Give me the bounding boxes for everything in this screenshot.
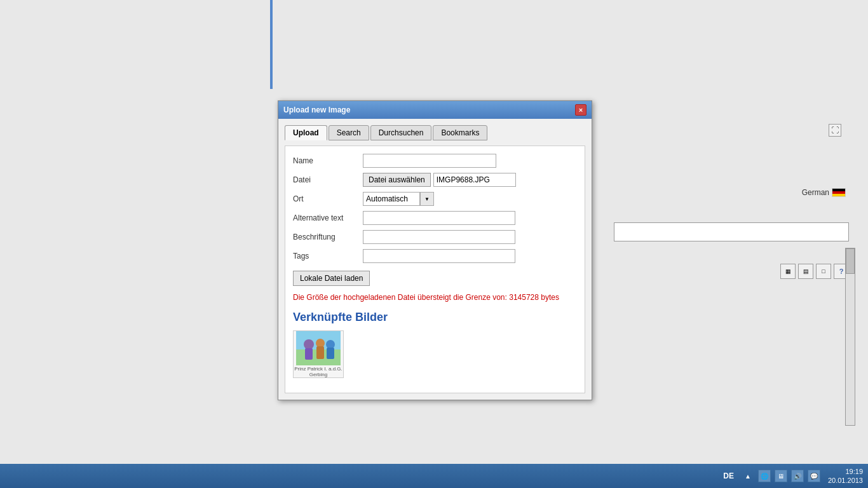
alt-text-label: Alternative text [293, 214, 363, 222]
tags-label: Tags [293, 252, 363, 261]
tab-durchsuchen[interactable]: Durchsuchen [370, 125, 432, 140]
datei-row: Datei Datei auswählen [293, 173, 577, 187]
network-icon[interactable]: 🌐 [758, 470, 771, 482]
taskbar-up-arrow[interactable]: ▲ [742, 470, 754, 482]
monitor-icon[interactable]: 🖥 [775, 470, 787, 482]
alt-text-input[interactable] [363, 211, 515, 225]
svg-point-2 [304, 339, 314, 349]
beschriftung-label: Beschriftung [293, 233, 363, 241]
volume-icon[interactable]: 🔊 [791, 470, 804, 482]
balloon-icon[interactable]: 💬 [808, 470, 820, 482]
beschriftung-input[interactable] [363, 230, 515, 244]
taskbar-date: 20.01.2013 [828, 476, 863, 485]
upload-dialog: Upload new Image × Upload Search Durchsu… [278, 100, 592, 400]
taskbar-time: 19:19 [845, 467, 863, 476]
dialog-content: Upload Search Durchsuchen Bookmarks Name [278, 119, 592, 400]
beschriftung-row: Beschriftung [293, 230, 577, 244]
datei-label: Datei [293, 175, 363, 184]
tags-row: Tags [293, 249, 577, 263]
image-thumbnail[interactable]: Prinz Patrick I. a.d.G. Gerbing [293, 330, 344, 378]
svg-point-6 [326, 340, 335, 349]
taskbar-language: DE [723, 471, 734, 480]
thumbnail-image [296, 330, 341, 365]
file-select-button[interactable]: Datei auswählen [363, 173, 431, 187]
linked-images-title: Verknüpfte Bilder [293, 311, 577, 324]
name-input[interactable] [363, 154, 496, 168]
chevron-down-icon [424, 196, 430, 202]
svg-rect-7 [327, 348, 334, 359]
thumbnail-caption: Prinz Patrick I. a.d.G. Gerbing [294, 367, 343, 378]
error-message: Die Größe der hochgeladenen Datei überst… [293, 292, 577, 303]
file-name-input[interactable] [433, 173, 516, 187]
modal-overlay: Upload new Image × Upload Search Durchsu… [0, 0, 868, 464]
ort-row: Ort [293, 192, 577, 206]
taskbar-time-display: 19:19 20.01.2013 [828, 467, 863, 485]
load-local-file-button[interactable]: Lokale Datei laden [293, 271, 370, 286]
ort-input[interactable] [363, 192, 420, 206]
tab-search[interactable]: Search [329, 125, 369, 140]
svg-rect-3 [305, 348, 313, 360]
tags-input[interactable] [363, 249, 515, 263]
dialog-titlebar: Upload new Image × [278, 101, 592, 119]
ort-dropdown-button[interactable] [420, 192, 434, 206]
dialog-tabs: Upload Search Durchsuchen Bookmarks [285, 125, 585, 140]
dialog-title: Upload new Image [283, 105, 350, 114]
upload-form-area: Name Datei Datei auswählen Ort [285, 146, 585, 393]
ort-select [363, 192, 434, 206]
thumbnail-svg [296, 330, 341, 365]
alt-text-row: Alternative text [293, 211, 577, 225]
svg-point-4 [316, 339, 325, 348]
tab-upload[interactable]: Upload [285, 125, 327, 140]
tab-bookmarks[interactable]: Bookmarks [433, 125, 487, 140]
taskbar: DE ▲ 🌐 🖥 🔊 💬 19:19 20.01.2013 [0, 464, 868, 488]
ort-label: Ort [293, 194, 363, 203]
name-label: Name [293, 156, 363, 165]
name-row: Name [293, 154, 577, 168]
svg-rect-5 [316, 346, 324, 359]
dialog-close-button[interactable]: × [575, 104, 587, 116]
